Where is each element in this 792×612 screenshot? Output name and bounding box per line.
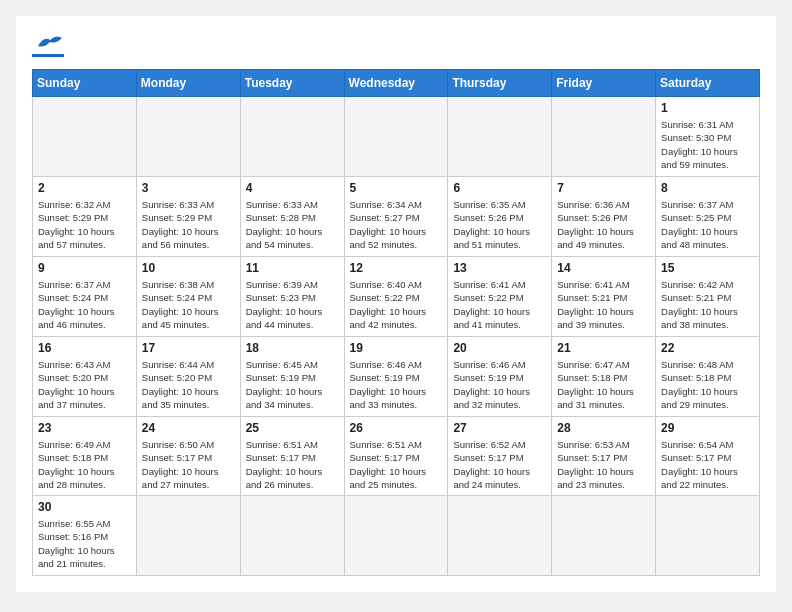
calendar-day-cell (344, 496, 448, 576)
weekday-header-row: SundayMondayTuesdayWednesdayThursdayFrid… (33, 70, 760, 97)
day-info: Sunrise: 6:34 AM Sunset: 5:27 PM Dayligh… (350, 198, 443, 251)
day-info: Sunrise: 6:32 AM Sunset: 5:29 PM Dayligh… (38, 198, 131, 251)
calendar-day-cell (448, 496, 552, 576)
weekday-tuesday: Tuesday (240, 70, 344, 97)
calendar-day-cell: 1Sunrise: 6:31 AM Sunset: 5:30 PM Daylig… (656, 97, 760, 177)
day-number: 20 (453, 341, 546, 355)
day-info: Sunrise: 6:53 AM Sunset: 5:17 PM Dayligh… (557, 438, 650, 491)
calendar-week-row: 30Sunrise: 6:55 AM Sunset: 5:16 PM Dayli… (33, 496, 760, 576)
calendar-day-cell: 15Sunrise: 6:42 AM Sunset: 5:21 PM Dayli… (656, 257, 760, 337)
day-info: Sunrise: 6:41 AM Sunset: 5:22 PM Dayligh… (453, 278, 546, 331)
day-number: 24 (142, 421, 235, 435)
day-info: Sunrise: 6:45 AM Sunset: 5:19 PM Dayligh… (246, 358, 339, 411)
day-info: Sunrise: 6:48 AM Sunset: 5:18 PM Dayligh… (661, 358, 754, 411)
calendar-day-cell: 18Sunrise: 6:45 AM Sunset: 5:19 PM Dayli… (240, 337, 344, 417)
day-info: Sunrise: 6:50 AM Sunset: 5:17 PM Dayligh… (142, 438, 235, 491)
calendar-table: SundayMondayTuesdayWednesdayThursdayFrid… (32, 69, 760, 576)
day-number: 2 (38, 181, 131, 195)
day-info: Sunrise: 6:46 AM Sunset: 5:19 PM Dayligh… (350, 358, 443, 411)
day-info: Sunrise: 6:33 AM Sunset: 5:29 PM Dayligh… (142, 198, 235, 251)
day-info: Sunrise: 6:40 AM Sunset: 5:22 PM Dayligh… (350, 278, 443, 331)
calendar-day-cell (136, 97, 240, 177)
day-info: Sunrise: 6:42 AM Sunset: 5:21 PM Dayligh… (661, 278, 754, 331)
day-info: Sunrise: 6:43 AM Sunset: 5:20 PM Dayligh… (38, 358, 131, 411)
calendar-day-cell: 11Sunrise: 6:39 AM Sunset: 5:23 PM Dayli… (240, 257, 344, 337)
calendar-day-cell: 14Sunrise: 6:41 AM Sunset: 5:21 PM Dayli… (552, 257, 656, 337)
day-number: 16 (38, 341, 131, 355)
calendar-day-cell (448, 97, 552, 177)
day-number: 11 (246, 261, 339, 275)
calendar-week-row: 23Sunrise: 6:49 AM Sunset: 5:18 PM Dayli… (33, 417, 760, 496)
weekday-friday: Friday (552, 70, 656, 97)
calendar-day-cell: 27Sunrise: 6:52 AM Sunset: 5:17 PM Dayli… (448, 417, 552, 496)
calendar-day-cell: 8Sunrise: 6:37 AM Sunset: 5:25 PM Daylig… (656, 177, 760, 257)
day-number: 19 (350, 341, 443, 355)
calendar-day-cell: 4Sunrise: 6:33 AM Sunset: 5:28 PM Daylig… (240, 177, 344, 257)
calendar-day-cell (552, 496, 656, 576)
weekday-sunday: Sunday (33, 70, 137, 97)
calendar-week-row: 16Sunrise: 6:43 AM Sunset: 5:20 PM Dayli… (33, 337, 760, 417)
day-number: 30 (38, 500, 131, 514)
calendar-week-row: 1Sunrise: 6:31 AM Sunset: 5:30 PM Daylig… (33, 97, 760, 177)
day-info: Sunrise: 6:37 AM Sunset: 5:24 PM Dayligh… (38, 278, 131, 331)
calendar-day-cell (240, 496, 344, 576)
calendar-day-cell: 22Sunrise: 6:48 AM Sunset: 5:18 PM Dayli… (656, 337, 760, 417)
calendar-day-cell: 20Sunrise: 6:46 AM Sunset: 5:19 PM Dayli… (448, 337, 552, 417)
day-info: Sunrise: 6:49 AM Sunset: 5:18 PM Dayligh… (38, 438, 131, 491)
day-info: Sunrise: 6:31 AM Sunset: 5:30 PM Dayligh… (661, 118, 754, 171)
day-info: Sunrise: 6:52 AM Sunset: 5:17 PM Dayligh… (453, 438, 546, 491)
calendar-day-cell: 29Sunrise: 6:54 AM Sunset: 5:17 PM Dayli… (656, 417, 760, 496)
day-info: Sunrise: 6:36 AM Sunset: 5:26 PM Dayligh… (557, 198, 650, 251)
day-number: 18 (246, 341, 339, 355)
calendar-day-cell: 10Sunrise: 6:38 AM Sunset: 5:24 PM Dayli… (136, 257, 240, 337)
day-number: 3 (142, 181, 235, 195)
day-number: 28 (557, 421, 650, 435)
day-info: Sunrise: 6:41 AM Sunset: 5:21 PM Dayligh… (557, 278, 650, 331)
calendar-day-cell: 24Sunrise: 6:50 AM Sunset: 5:17 PM Dayli… (136, 417, 240, 496)
day-info: Sunrise: 6:37 AM Sunset: 5:25 PM Dayligh… (661, 198, 754, 251)
day-number: 23 (38, 421, 131, 435)
day-number: 27 (453, 421, 546, 435)
calendar-week-row: 2Sunrise: 6:32 AM Sunset: 5:29 PM Daylig… (33, 177, 760, 257)
weekday-thursday: Thursday (448, 70, 552, 97)
calendar-day-cell: 30Sunrise: 6:55 AM Sunset: 5:16 PM Dayli… (33, 496, 137, 576)
logo-text (32, 32, 64, 52)
day-number: 14 (557, 261, 650, 275)
day-number: 21 (557, 341, 650, 355)
weekday-saturday: Saturday (656, 70, 760, 97)
logo-underline (32, 54, 64, 57)
calendar-day-cell (552, 97, 656, 177)
calendar-day-cell: 16Sunrise: 6:43 AM Sunset: 5:20 PM Dayli… (33, 337, 137, 417)
weekday-wednesday: Wednesday (344, 70, 448, 97)
logo-bird-icon (36, 32, 64, 52)
day-number: 29 (661, 421, 754, 435)
calendar-day-cell: 12Sunrise: 6:40 AM Sunset: 5:22 PM Dayli… (344, 257, 448, 337)
day-number: 13 (453, 261, 546, 275)
day-number: 5 (350, 181, 443, 195)
day-number: 10 (142, 261, 235, 275)
day-number: 1 (661, 101, 754, 115)
calendar-day-cell: 5Sunrise: 6:34 AM Sunset: 5:27 PM Daylig… (344, 177, 448, 257)
calendar-day-cell: 13Sunrise: 6:41 AM Sunset: 5:22 PM Dayli… (448, 257, 552, 337)
calendar-day-cell (344, 97, 448, 177)
day-number: 12 (350, 261, 443, 275)
day-number: 4 (246, 181, 339, 195)
day-info: Sunrise: 6:44 AM Sunset: 5:20 PM Dayligh… (142, 358, 235, 411)
calendar-day-cell: 28Sunrise: 6:53 AM Sunset: 5:17 PM Dayli… (552, 417, 656, 496)
day-info: Sunrise: 6:54 AM Sunset: 5:17 PM Dayligh… (661, 438, 754, 491)
day-number: 6 (453, 181, 546, 195)
calendar-day-cell: 9Sunrise: 6:37 AM Sunset: 5:24 PM Daylig… (33, 257, 137, 337)
day-info: Sunrise: 6:47 AM Sunset: 5:18 PM Dayligh… (557, 358, 650, 411)
calendar-day-cell: 3Sunrise: 6:33 AM Sunset: 5:29 PM Daylig… (136, 177, 240, 257)
day-info: Sunrise: 6:51 AM Sunset: 5:17 PM Dayligh… (350, 438, 443, 491)
calendar-day-cell: 2Sunrise: 6:32 AM Sunset: 5:29 PM Daylig… (33, 177, 137, 257)
weekday-monday: Monday (136, 70, 240, 97)
calendar-day-cell: 6Sunrise: 6:35 AM Sunset: 5:26 PM Daylig… (448, 177, 552, 257)
logo (32, 32, 64, 57)
day-number: 25 (246, 421, 339, 435)
calendar-day-cell: 7Sunrise: 6:36 AM Sunset: 5:26 PM Daylig… (552, 177, 656, 257)
header (32, 32, 760, 57)
calendar-day-cell: 21Sunrise: 6:47 AM Sunset: 5:18 PM Dayli… (552, 337, 656, 417)
calendar-day-cell: 19Sunrise: 6:46 AM Sunset: 5:19 PM Dayli… (344, 337, 448, 417)
calendar-day-cell (136, 496, 240, 576)
